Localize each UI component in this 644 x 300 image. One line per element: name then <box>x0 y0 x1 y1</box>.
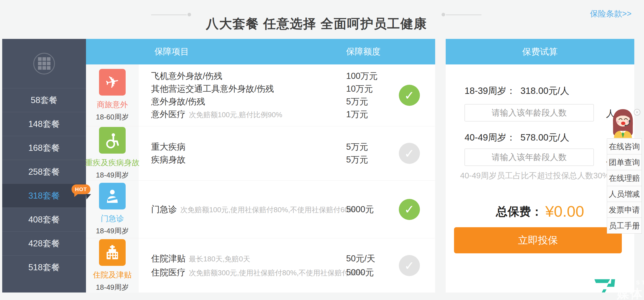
total-premium: 总保费：¥0.00 <box>446 202 634 220</box>
benefit-amount: 10万元 <box>346 82 373 95</box>
calculator-header: 保费试算 <box>446 39 634 64</box>
headcount-input-18-39[interactable] <box>465 104 594 121</box>
check-icon-unselected[interactable]: ✓ <box>399 255 420 276</box>
benefits-table-header: 保障项目 保障额度 <box>86 39 435 64</box>
sidebar-item-258[interactable]: 258套餐 <box>2 160 86 184</box>
category-label: 住院及津贴 <box>93 270 132 280</box>
menu-group-policy-query[interactable]: 团单查询 <box>607 154 642 170</box>
benefit-line: 意外身故/伤残 5万元 <box>139 95 435 108</box>
benefit-line: 意外医疗次免赔额100元,赔付比例90% 1万元 <box>139 108 435 121</box>
benefit-amount: 100万元 <box>346 70 378 82</box>
sidebar-item-408[interactable]: 408套餐 <box>2 208 86 231</box>
headcount-input-40-49[interactable] <box>465 149 594 166</box>
grid-icon <box>33 53 55 74</box>
col-header-amount: 保障额度 <box>346 39 381 64</box>
category-label: 重疾及疾病身故 <box>85 158 140 168</box>
benefit-line: 住院医疗次免赔额300元,使用社保赔付80%,不使用社保赔付60% 5000元 <box>139 266 435 279</box>
benefit-amount: 5000元 <box>346 266 374 279</box>
benefit-line: 住院津贴最长180天,免赔0天 50元/天 <box>139 252 435 266</box>
age-group-2-price: 40-49周岁：578.00元/人 <box>465 131 569 144</box>
sidebar-item-518[interactable]: 518套餐 <box>2 255 86 279</box>
plane-icon: ✈ <box>99 69 126 96</box>
doctor-icon <box>99 183 126 209</box>
title-decor-dot-right <box>442 13 445 16</box>
menu-online-claim[interactable]: 在线理赔 <box>607 170 642 186</box>
benefit-amount: 1万元 <box>346 108 368 121</box>
sidebar-item-428[interactable]: 428套餐 <box>2 231 86 255</box>
table-row-travel-accident: ✈ 商旅意外 18-60周岁 飞机意外身故/伤残 100万元 其他营运交通工具意… <box>86 64 435 126</box>
page-title: 八大套餐 任意选择 全面呵护员工健康 <box>206 15 427 32</box>
premium-calculator-panel: 保费试算 18-39周岁：318.00元/人 人 40-49周岁：578.00元… <box>446 39 634 292</box>
benefit-line: 重大疾病 5万元 <box>139 141 435 153</box>
sidebar-header <box>2 39 86 88</box>
menu-invoice-request[interactable]: 发票申请 <box>607 202 642 218</box>
employee-insurance-page: 八大套餐 任意选择 全面呵护员工健康 保险条款>> 58套餐 148套餐 168… <box>0 0 644 300</box>
col-header-item: 保障项目 <box>154 39 189 64</box>
title-decor-dot-left <box>187 13 191 16</box>
sidebar-item-168[interactable]: 168套餐 <box>2 136 86 160</box>
benefit-amount: 50元/天 <box>346 252 375 266</box>
category-label: 商旅意外 <box>97 99 128 110</box>
category-cell: ✈ 商旅意外 18-60周岁 <box>86 64 139 126</box>
check-icon-unselected[interactable]: ✓ <box>399 143 420 164</box>
category-cell: 门急诊 18-49周岁 <box>86 181 139 238</box>
age-group-1-price: 18-39周岁：318.00元/人 <box>465 85 569 97</box>
table-row-outpatient: 门急诊 18-49周岁 门急诊次免赔额100元,使用社保赔付80%,不使用社保赔… <box>86 181 435 238</box>
category-cell: 重疾及疾病身故 18-49周岁 <box>86 126 139 180</box>
check-icon-selected[interactable]: ✓ <box>399 199 420 220</box>
benefit-line: 飞机意外身故/伤残 100万元 <box>139 70 435 82</box>
table-row-hospitalization: 住院及津贴 18-49周岁 住院津贴最长180天,免赔0天 50元/天 住院医疗… <box>86 238 435 293</box>
menu-online-consult[interactable]: 在线咨询 <box>607 138 642 154</box>
hot-badge: HOT <box>72 184 90 194</box>
age-range: 18-49周岁 <box>96 282 129 292</box>
benefit-line: 疾病身故 5万元 <box>139 153 435 166</box>
menu-staff-change[interactable]: 人员增减 <box>607 186 642 202</box>
wheelchair-icon <box>99 127 126 154</box>
benefits-table: 保障项目 保障额度 ✈ 商旅意外 18-60周岁 飞机意外身故/伤残 100万元… <box>86 39 435 292</box>
benefit-amount: 5万元 <box>346 141 368 153</box>
total-premium-value: ¥0.00 <box>545 202 584 220</box>
customer-service-avatar <box>610 108 636 138</box>
package-sidebar: 58套餐 148套餐 168套餐 258套餐 318套餐 408套餐 428套餐… <box>2 39 86 292</box>
title-decor-line-right <box>446 14 481 15</box>
benefit-amount: 5万元 <box>346 153 368 166</box>
insure-now-button[interactable]: 立即投保 <box>454 227 622 253</box>
benefit-line: 其他营运交通工具意外身故/伤残 10万元 <box>139 82 435 95</box>
title-decor-line-left <box>151 14 187 15</box>
sidebar-item-58[interactable]: 58套餐 <box>2 88 86 112</box>
category-cell: 住院及津贴 18-49周岁 <box>86 238 139 293</box>
check-icon-selected[interactable]: ✓ <box>399 85 420 106</box>
benefit-line: 门急诊次免赔额100元,使用社保赔付80%,不使用社保赔付60% 5000元 <box>139 203 435 216</box>
benefit-amount: 5万元 <box>346 95 368 108</box>
age-range: 18-60周岁 <box>96 112 129 122</box>
table-row-critical-illness: 重疾及疾病身故 18-49周岁 重大疾病 5万元 疾病身故 5万元 ✓ <box>86 126 435 181</box>
menu-employee-handbook[interactable]: 员工手册 <box>607 218 642 234</box>
category-label: 门急诊 <box>101 213 124 224</box>
sidebar-item-148[interactable]: 148套餐 <box>2 112 86 136</box>
hospital-icon <box>99 239 126 266</box>
service-menu: 在线咨询 团单查询 在线理赔 人员增减 发票申请 员工手册 <box>607 138 642 234</box>
age-range: 18-49周岁 <box>96 226 129 236</box>
age-range: 18-49周岁 <box>96 170 129 180</box>
hot-badge-label: HOT <box>72 184 90 194</box>
insurance-terms-link[interactable]: 保险条款>> <box>590 8 632 19</box>
benefit-amount: 5000元 <box>346 203 374 216</box>
ratio-note: 40-49周岁员工占比不超过投保总人数30% <box>460 170 609 181</box>
